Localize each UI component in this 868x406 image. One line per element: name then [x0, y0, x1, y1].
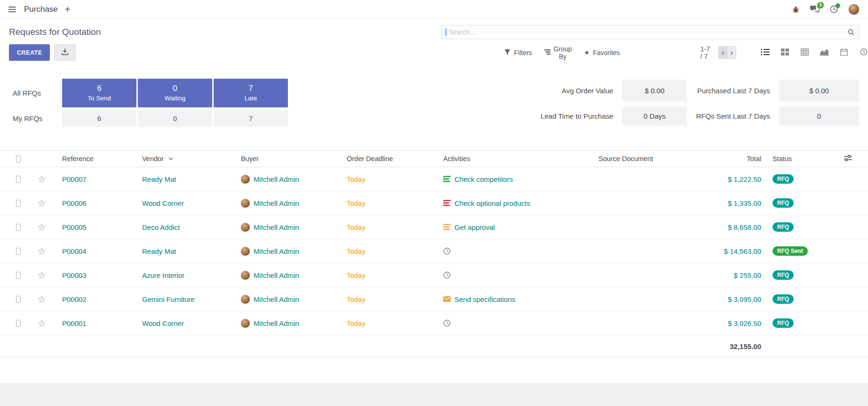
- my-to-send-count[interactable]: 6: [62, 110, 136, 127]
- reference-cell[interactable]: P00004: [56, 247, 136, 255]
- favorites-button[interactable]: ★ Favorites: [578, 46, 626, 59]
- activity-cell[interactable]: Check competitors: [438, 175, 593, 183]
- activity-tasks-red-icon[interactable]: [443, 200, 451, 206]
- activity-cell[interactable]: Get approval: [438, 223, 593, 231]
- buyer-cell[interactable]: Mitchell Admin: [235, 199, 341, 208]
- buyer-cell[interactable]: Mitchell Admin: [235, 295, 341, 304]
- select-all-checkbox[interactable]: [16, 155, 21, 162]
- buyer-cell[interactable]: Mitchell Admin: [235, 223, 341, 232]
- favorite-star-icon[interactable]: ☆: [38, 295, 46, 304]
- favorite-star-icon[interactable]: ☆: [38, 271, 46, 280]
- vendor-cell[interactable]: Azure Interior: [136, 271, 235, 279]
- favorite-star-icon[interactable]: ☆: [38, 223, 46, 232]
- vendor-cell[interactable]: Deco Addict: [136, 223, 235, 231]
- buyer-cell[interactable]: Mitchell Admin: [235, 319, 341, 328]
- row-checkbox[interactable]: [0, 176, 26, 183]
- column-header-buyer[interactable]: Buyer: [235, 155, 341, 162]
- download-button[interactable]: [54, 44, 76, 61]
- row-checkbox[interactable]: [0, 200, 26, 207]
- vendor-cell[interactable]: Wood Corner: [136, 199, 235, 207]
- kanban-view-button[interactable]: [775, 46, 795, 60]
- activity-cell[interactable]: [438, 271, 593, 279]
- favorite-star-icon[interactable]: ☆: [38, 199, 46, 208]
- search-icon[interactable]: [847, 28, 855, 37]
- vendor-cell[interactable]: Gemini Furniture: [136, 295, 235, 303]
- activity-clock-icon[interactable]: [443, 271, 451, 279]
- user-avatar[interactable]: [848, 4, 860, 15]
- column-header-vendor[interactable]: Vendor: [136, 155, 235, 162]
- table-row[interactable]: ☆P00007Ready MatMitchell AdminTodayCheck…: [0, 167, 868, 191]
- search-bar: [441, 25, 859, 39]
- activity-tasks-yellow-icon[interactable]: [443, 224, 451, 230]
- buyer-cell[interactable]: Mitchell Admin: [235, 271, 341, 280]
- table-row[interactable]: ☆P00006Wood CornerMitchell AdminTodayChe…: [0, 191, 868, 215]
- my-late-count[interactable]: 7: [214, 110, 288, 127]
- buyer-cell[interactable]: Mitchell Admin: [235, 175, 341, 184]
- status-badge: RFQ Sent: [772, 246, 808, 256]
- table-row[interactable]: ☆P00005Deco AddictMitchell AdminTodayGet…: [0, 215, 868, 239]
- table-row[interactable]: ☆P00004Ready MatMitchell AdminToday$ 14,…: [0, 239, 868, 263]
- search-input[interactable]: [441, 25, 859, 39]
- row-checkbox[interactable]: [0, 224, 26, 231]
- column-header-total[interactable]: Total: [701, 155, 767, 162]
- group-by-button[interactable]: Group By: [538, 42, 578, 63]
- activity-clock-icon[interactable]: [443, 319, 451, 327]
- filters-button[interactable]: Filters: [498, 46, 538, 59]
- my-waiting-count[interactable]: 0: [138, 110, 212, 127]
- debug-bug-icon[interactable]: [792, 6, 799, 13]
- activity-tasks-green-icon[interactable]: [443, 176, 451, 182]
- app-name[interactable]: Purchase: [24, 5, 58, 14]
- apps-menu-icon[interactable]: [8, 5, 17, 14]
- pager-previous-button[interactable]: ‹: [718, 46, 727, 59]
- row-checkbox[interactable]: [0, 296, 26, 303]
- row-checkbox[interactable]: [0, 248, 26, 255]
- new-tab-icon[interactable]: +: [65, 5, 71, 14]
- column-header-order-deadline[interactable]: Order Deadline: [341, 155, 438, 162]
- row-checkbox[interactable]: [0, 272, 26, 279]
- all-rfqs-label[interactable]: All RFQs: [9, 89, 61, 97]
- table-row[interactable]: ☆P00003Azure InteriorMitchell AdminToday…: [0, 263, 868, 287]
- activity-clock-icon[interactable]: [443, 247, 451, 255]
- reference-cell[interactable]: P00003: [56, 271, 136, 279]
- tile-to-send[interactable]: 6 To Send: [62, 79, 136, 107]
- activity-view-button[interactable]: [854, 46, 868, 60]
- favorite-star-icon[interactable]: ☆: [38, 319, 46, 328]
- reference-cell[interactable]: P00005: [56, 223, 136, 231]
- activity-envelope-icon[interactable]: [443, 296, 451, 302]
- reference-cell[interactable]: P00007: [56, 175, 136, 183]
- vendor-cell[interactable]: Ready Mat: [136, 247, 235, 255]
- activity-cell[interactable]: Send specifications: [438, 295, 593, 303]
- column-header-reference[interactable]: Reference: [56, 155, 136, 162]
- activities-icon[interactable]: [830, 5, 838, 13]
- pivot-view-button[interactable]: [795, 46, 814, 60]
- reference-cell[interactable]: P00006: [56, 199, 136, 207]
- favorite-star-icon[interactable]: ☆: [38, 247, 46, 256]
- reference-cell[interactable]: P00002: [56, 295, 136, 303]
- activity-cell[interactable]: [438, 319, 593, 327]
- favorite-star-icon[interactable]: ☆: [38, 175, 46, 184]
- list-view-button[interactable]: [755, 46, 775, 60]
- my-rfqs-label[interactable]: My RFQs: [9, 114, 61, 122]
- column-header-status[interactable]: Status: [767, 155, 828, 162]
- create-button[interactable]: CREATE: [9, 44, 50, 61]
- graph-view-button[interactable]: [814, 46, 834, 60]
- messages-icon[interactable]: 5: [810, 5, 820, 13]
- buyer-cell[interactable]: Mitchell Admin: [235, 247, 341, 256]
- activity-cell[interactable]: [438, 247, 593, 255]
- reference-cell[interactable]: P00001: [56, 319, 136, 327]
- deadline-cell: Today: [341, 295, 438, 303]
- pager-next-button[interactable]: ›: [727, 46, 736, 59]
- tile-waiting[interactable]: 0 Waiting: [138, 79, 212, 107]
- calendar-view-button[interactable]: [834, 46, 854, 60]
- activity-cell[interactable]: Check optional products: [438, 199, 593, 207]
- optional-columns-icon[interactable]: [844, 154, 852, 163]
- tile-late[interactable]: 7 Late: [214, 79, 288, 107]
- vendor-cell[interactable]: Wood Corner: [136, 319, 235, 327]
- column-header-source-document[interactable]: Source Document: [593, 155, 701, 162]
- table-row[interactable]: ☆P00002Gemini FurnitureMitchell AdminTod…: [0, 287, 868, 311]
- action-buttons: CREATE: [9, 44, 76, 61]
- column-header-activities[interactable]: Activities: [438, 155, 593, 162]
- table-row[interactable]: ☆P00001Wood CornerMitchell AdminToday$ 3…: [0, 311, 868, 335]
- row-checkbox[interactable]: [0, 320, 26, 327]
- vendor-cell[interactable]: Ready Mat: [136, 175, 235, 183]
